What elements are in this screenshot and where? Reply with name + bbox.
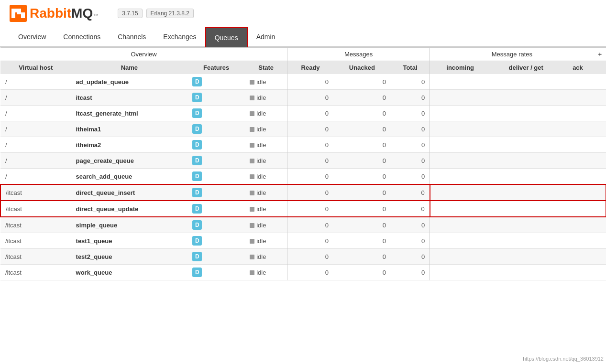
col-deliver: deliver / get — [490, 61, 562, 75]
state-icon — [250, 80, 254, 85]
table-row[interactable]: /page_create_queueDidle000 — [0, 153, 606, 169]
group-extra: + — [594, 48, 606, 61]
cell-total: 0 — [391, 184, 430, 201]
state-text: idle — [256, 94, 266, 101]
cell-vhost: /itcast — [0, 201, 71, 217]
rabbitmq-logo-icon — [10, 5, 27, 22]
cell-deliver — [490, 233, 562, 249]
cell-name: itheima1 — [71, 121, 188, 137]
cell-deliver — [490, 169, 562, 185]
cell-name: direct_queue_insert — [71, 184, 188, 201]
cell-extra — [594, 90, 606, 106]
nav-overview[interactable]: Overview — [10, 27, 55, 46]
state-icon — [250, 111, 254, 116]
feature-badge: D — [192, 236, 202, 246]
queues-table-body: /ad_update_queueDidle000/itcastDidle000/… — [0, 74, 606, 280]
table-row[interactable]: /itcastdirect_queue_insertDidle000 — [0, 184, 606, 201]
cell-total: 0 — [391, 74, 430, 90]
cell-state: idle — [245, 233, 287, 249]
cell-state: idle — [245, 90, 287, 106]
col-ack: ack — [562, 61, 594, 75]
group-header-row: Overview Messages Message rates + — [0, 48, 606, 61]
table-row[interactable]: /itheima2Didle000 — [0, 137, 606, 153]
table-row[interactable]: /itcastwork_queueDidle000 — [0, 265, 606, 280]
cell-extra — [594, 249, 606, 265]
cell-features: D — [187, 249, 245, 265]
group-overview: Overview — [0, 48, 287, 61]
nav-queues[interactable]: Queues — [205, 27, 248, 47]
cell-ready: 0 — [287, 265, 333, 280]
cell-incoming — [430, 265, 491, 280]
cell-deliver — [490, 153, 562, 169]
state-icon — [250, 270, 254, 275]
cell-incoming — [430, 184, 491, 201]
cell-unacked: 0 — [333, 74, 391, 90]
cell-ready: 0 — [287, 201, 333, 217]
svg-rect-3 — [17, 9, 21, 14]
cell-deliver — [490, 90, 562, 106]
col-name: Name — [71, 61, 188, 75]
table-row[interactable]: /search_add_queueDidle000 — [0, 169, 606, 185]
queues-table: Overview Messages Message rates + Virtua… — [0, 47, 606, 280]
logo-rabbit: Rabbit — [30, 6, 71, 21]
table-row[interactable]: /itcastsimple_queueDidle000 — [0, 217, 606, 233]
col-ready: Ready — [287, 61, 333, 75]
table-row[interactable]: /ad_update_queueDidle000 — [0, 74, 606, 90]
cell-extra — [594, 169, 606, 185]
cell-extra — [594, 74, 606, 90]
main-nav: Overview Connections Channels Exchanges … — [0, 27, 606, 47]
cell-extra — [594, 184, 606, 201]
cell-unacked: 0 — [333, 169, 391, 185]
cell-state: idle — [245, 265, 287, 280]
logo-text: RabbitMQ™ — [30, 6, 99, 21]
cell-ack — [562, 121, 594, 137]
col-unacked: Unacked — [333, 61, 391, 75]
cell-ack — [562, 74, 594, 90]
cell-ack — [562, 184, 594, 201]
cell-incoming — [430, 233, 491, 249]
cell-extra — [594, 106, 606, 121]
cell-vhost: / — [0, 153, 71, 169]
cell-vhost: / — [0, 137, 71, 153]
cell-deliver — [490, 217, 562, 233]
cell-vhost: /itcast — [0, 265, 71, 280]
cell-ready: 0 — [287, 106, 333, 121]
cell-total: 0 — [391, 217, 430, 233]
nav-exchanges[interactable]: Exchanges — [154, 27, 205, 46]
col-total: Total — [391, 61, 430, 75]
nav-connections[interactable]: Connections — [55, 27, 109, 46]
cell-unacked: 0 — [333, 201, 391, 217]
col-header-row: Virtual host Name Features State Ready U… — [0, 61, 606, 75]
cell-vhost: / — [0, 106, 71, 121]
table-row[interactable]: /itcasttest1_queueDidle000 — [0, 233, 606, 249]
state-text: idle — [256, 173, 266, 180]
table-row[interactable]: /itheima1Didle000 — [0, 121, 606, 137]
cell-ack — [562, 217, 594, 233]
cell-ack — [562, 265, 594, 280]
cell-vhost: / — [0, 169, 71, 185]
cell-features: D — [187, 169, 245, 185]
cell-incoming — [430, 201, 491, 217]
cell-extra — [594, 121, 606, 137]
table-row[interactable]: /itcasttest2_queueDidle000 — [0, 249, 606, 265]
cell-vhost: /itcast — [0, 184, 71, 201]
table-row[interactable]: /itcastDidle000 — [0, 90, 606, 106]
cell-total: 0 — [391, 153, 430, 169]
feature-badge: D — [192, 220, 202, 230]
cell-ack — [562, 137, 594, 153]
cell-state: idle — [245, 106, 287, 121]
state-icon — [250, 207, 254, 212]
cell-ack — [562, 249, 594, 265]
feature-badge: D — [192, 188, 202, 197]
table-row[interactable]: /itcastdirect_queue_updateDidle000 — [0, 201, 606, 217]
nav-channels[interactable]: Channels — [109, 27, 154, 46]
table-row[interactable]: /itcast_generate_htmlDidle000 — [0, 106, 606, 121]
state-icon — [250, 143, 254, 148]
cell-ready: 0 — [287, 153, 333, 169]
state-icon — [250, 127, 254, 132]
cell-state: idle — [245, 249, 287, 265]
cell-extra — [594, 265, 606, 280]
nav-admin[interactable]: Admin — [248, 27, 284, 46]
cell-unacked: 0 — [333, 233, 391, 249]
cell-unacked: 0 — [333, 265, 391, 280]
